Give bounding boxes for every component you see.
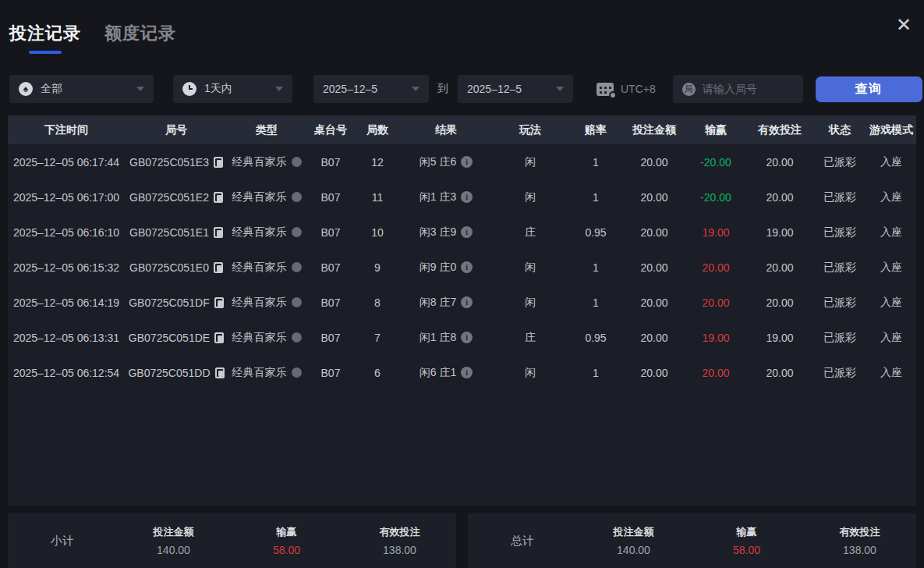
cell-status: 已派彩 xyxy=(812,261,867,275)
cell-odds: 0.95 xyxy=(568,226,624,239)
cell-type: 经典百家乐 xyxy=(228,296,306,310)
records-table: 下注时间局号类型桌台号局数结果玩法赔率投注金额输赢有效投注状态游戏模式 2025… xyxy=(8,115,916,506)
to-label: 到 xyxy=(437,82,448,96)
cell-win: 20.00 xyxy=(685,261,747,274)
info-icon[interactable]: i xyxy=(461,261,473,273)
query-button[interactable]: 查询 xyxy=(816,76,922,102)
cell-bet-amount: 20.00 xyxy=(624,226,685,239)
cell-win: -20.00 xyxy=(685,191,747,204)
summary-section: 小计 投注金额 140.00 输赢 58.00 有效投注 138.00 总计 投… xyxy=(8,513,916,568)
tab-quota-records[interactable]: 额度记录 xyxy=(104,22,176,54)
time-range-select[interactable]: 1天内 xyxy=(173,75,292,103)
cell-play: 闲 xyxy=(493,190,568,204)
copy-icon[interactable] xyxy=(214,262,223,273)
spade-icon: ♠ xyxy=(19,82,33,96)
subtotal-panel: 小计 投注金额 140.00 输赢 58.00 有效投注 138.00 xyxy=(8,513,456,568)
subtotal-win: 输赢 58.00 xyxy=(230,525,343,556)
copy-icon[interactable] xyxy=(214,157,223,168)
cell-win: 19.00 xyxy=(685,332,747,344)
cell-time: 2025–12–05 06:12:54 xyxy=(8,367,125,379)
tab-bet-records-label: 投注记录 xyxy=(9,22,81,45)
info-icon[interactable]: i xyxy=(461,332,473,343)
cell-play: 闲 xyxy=(493,366,568,380)
cell-mode: 入座 xyxy=(867,261,915,275)
table-header: 下注时间局号类型桌台号局数结果玩法赔率投注金额输赢有效投注状态游戏模式 xyxy=(8,115,916,144)
date-to-picker[interactable]: 2025–12–5 xyxy=(458,75,573,103)
column-header: 玩法 xyxy=(493,123,568,137)
type-dot-icon xyxy=(292,297,302,307)
tab-bet-records[interactable]: 投注记录 xyxy=(9,22,81,54)
close-icon[interactable]: ✕ xyxy=(891,12,916,37)
cell-mode: 入座 xyxy=(867,366,915,380)
table-row: 2025–12–05 06:14:19 GB0725C051DF 经典百家乐 B… xyxy=(8,285,916,320)
cell-result: 闲1 庄8 i xyxy=(399,331,493,345)
game-type-select[interactable]: ♠ 全部 xyxy=(9,75,154,103)
cell-mode: 入座 xyxy=(867,155,915,169)
cell-win: -20.00 xyxy=(685,156,747,169)
cell-time: 2025–12–05 06:17:00 xyxy=(8,191,125,204)
total-panel: 总计 投注金额 140.00 输赢 58.00 有效投注 138.00 xyxy=(468,513,916,568)
cell-time: 2025–12–05 06:16:10 xyxy=(8,226,125,239)
round-number-input[interactable] xyxy=(703,83,792,95)
cell-status: 已派彩 xyxy=(812,190,867,204)
subtotal-bet: 投注金额 140.00 xyxy=(117,525,230,556)
info-icon[interactable]: i xyxy=(461,156,473,168)
info-icon[interactable]: i xyxy=(461,226,473,238)
cell-play: 庄 xyxy=(493,225,568,240)
type-dot-icon xyxy=(292,332,302,343)
date-from-picker[interactable]: 2025–12–5 xyxy=(313,75,429,103)
cell-mode: 入座 xyxy=(867,190,915,204)
clock-icon xyxy=(182,82,196,96)
column-header: 局号 xyxy=(125,123,228,137)
cell-mode: 入座 xyxy=(867,331,915,345)
cell-bet-amount: 20.00 xyxy=(624,156,685,169)
cell-valid-bet: 20.00 xyxy=(747,367,812,379)
info-icon[interactable]: i xyxy=(461,191,473,203)
info-icon[interactable]: i xyxy=(461,367,473,378)
copy-icon[interactable] xyxy=(214,227,223,238)
cell-play: 庄 xyxy=(493,331,568,345)
cell-odds: 0.95 xyxy=(568,332,624,344)
cell-round-no: 8 xyxy=(356,296,399,309)
cell-table-no: B07 xyxy=(306,226,356,239)
date-to-value: 2025–12–5 xyxy=(467,83,522,95)
copy-icon[interactable] xyxy=(214,297,224,308)
cell-round-no: 7 xyxy=(356,332,399,344)
type-dot-icon xyxy=(292,227,302,237)
table-row: 2025–12–05 06:12:54 GB0725C051DD 经典百家乐 B… xyxy=(8,355,916,390)
column-header: 赔率 xyxy=(568,123,624,137)
total-valid: 有效投注 138.00 xyxy=(803,525,916,556)
cell-win: 19.00 xyxy=(685,226,747,239)
column-header: 局数 xyxy=(356,123,399,137)
cell-valid-bet: 19.00 xyxy=(747,226,812,239)
cell-round-no: 10 xyxy=(356,226,399,239)
filter-bar: ♠ 全部 1天内 2025–12–5 到 2025–12–5 UTC+8 局 查… xyxy=(0,75,924,103)
cell-result: 闲9 庄0 i xyxy=(399,261,493,275)
copy-icon[interactable] xyxy=(215,367,225,378)
chevron-down-icon xyxy=(412,87,420,91)
table-row: 2025–12–05 06:13:31 GB0725C051DE 经典百家乐 B… xyxy=(8,320,916,355)
subtotal-valid: 有效投注 138.00 xyxy=(343,525,456,556)
cell-table-no: B07 xyxy=(306,296,356,309)
subtotal-title: 小计 xyxy=(8,534,117,548)
cell-odds: 1 xyxy=(568,156,624,169)
column-header: 桌台号 xyxy=(306,123,356,137)
cell-bet-amount: 20.00 xyxy=(624,261,685,274)
info-icon[interactable]: i xyxy=(461,296,473,308)
copy-icon[interactable] xyxy=(214,332,224,343)
column-header: 输赢 xyxy=(685,123,747,137)
cell-status: 已派彩 xyxy=(812,296,867,310)
total-win: 输赢 58.00 xyxy=(690,525,803,556)
round-badge-icon: 局 xyxy=(682,83,696,96)
cell-type: 经典百家乐 xyxy=(228,225,306,240)
cell-type: 经典百家乐 xyxy=(228,366,306,380)
round-number-field[interactable]: 局 xyxy=(673,75,803,103)
cell-round-id: GB0725C051DE xyxy=(125,332,228,344)
copy-icon[interactable] xyxy=(214,192,223,203)
tab-active-underline xyxy=(29,51,62,54)
total-title: 总计 xyxy=(468,534,577,548)
cell-bet-amount: 20.00 xyxy=(624,332,685,344)
cell-mode: 入座 xyxy=(867,225,915,240)
cell-result: 闲8 庄7 i xyxy=(399,296,493,310)
cell-win: 20.00 xyxy=(685,296,747,309)
